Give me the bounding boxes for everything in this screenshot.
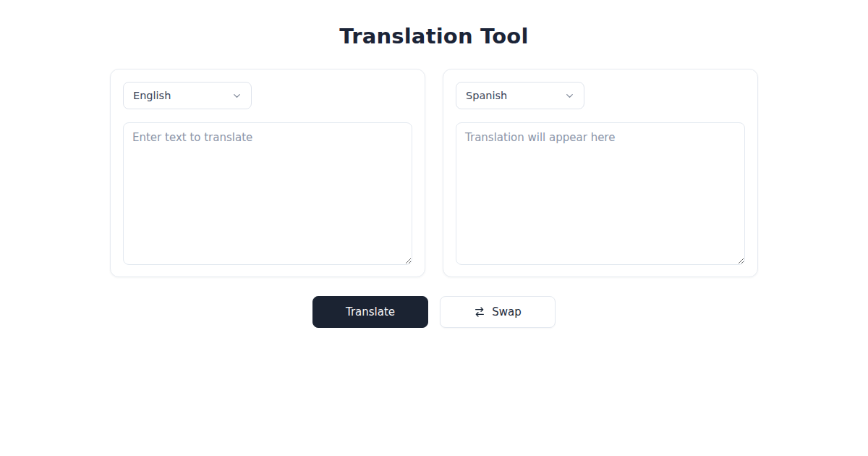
swap-button[interactable]: Swap xyxy=(440,296,556,328)
target-panel-card: Spanish xyxy=(443,69,758,277)
translate-button-label: Translate xyxy=(346,305,395,318)
chevron-down-icon xyxy=(564,90,575,101)
translation-panels: English Spanish xyxy=(0,69,868,277)
source-language-value: English xyxy=(133,90,171,101)
translate-button[interactable]: Translate xyxy=(312,296,428,328)
chevron-down-icon xyxy=(231,90,242,101)
target-text-output[interactable] xyxy=(456,122,745,265)
actions-row: Translate Swap xyxy=(0,296,868,328)
swap-button-label: Swap xyxy=(492,305,522,318)
target-language-value: Spanish xyxy=(466,90,507,101)
source-panel-card: English xyxy=(110,69,425,277)
swap-arrows-icon xyxy=(474,306,485,318)
page-title: Translation Tool xyxy=(0,24,868,48)
source-language-select[interactable]: English xyxy=(123,82,252,109)
source-text-input[interactable] xyxy=(123,122,412,265)
target-language-select[interactable]: Spanish xyxy=(456,82,584,109)
